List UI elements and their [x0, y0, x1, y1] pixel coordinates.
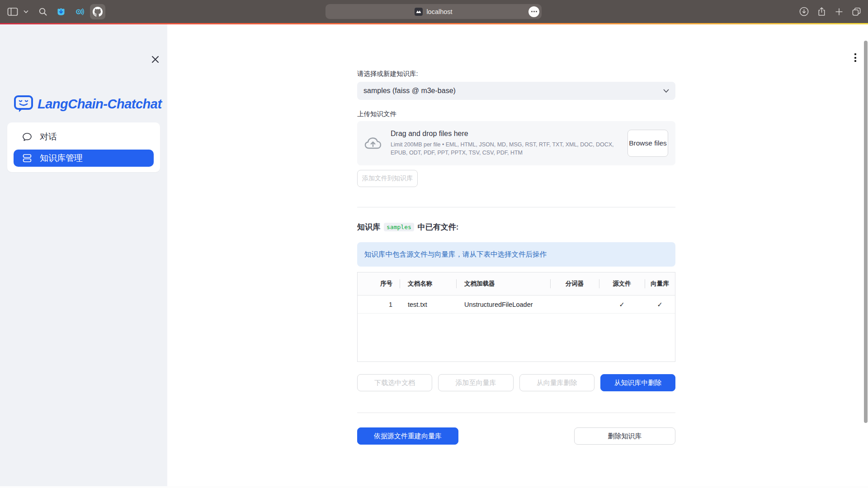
dropzone-hint: Limit 200MB per file • EML, HTML, JSON, … — [391, 141, 626, 157]
chevron-down-icon — [663, 89, 669, 93]
divider — [357, 413, 675, 413]
kb-files-table: 序号文档名称文档加载器分词器源文件向量库1test.txtUnstructure… — [357, 272, 675, 362]
add-to-vector-store-button[interactable]: 添加至向量库 — [438, 374, 513, 391]
download-selected-button[interactable]: 下载选中文档 — [357, 374, 432, 391]
database-icon — [22, 153, 33, 164]
downloads-icon[interactable] — [799, 6, 809, 17]
sidebar: LangChain-Chatchat 对话 知识库管理 — [0, 24, 167, 486]
table-header-3[interactable]: 分词器 — [550, 272, 599, 296]
table-header-0[interactable]: 序号 — [358, 272, 400, 296]
share-icon[interactable] — [816, 6, 827, 17]
delete-from-kb-button[interactable]: 从知识库中删除 — [600, 374, 675, 391]
new-tab-icon[interactable] — [834, 7, 844, 17]
main-area: 请选择或新建知识库: samples (faiss @ m3e-base) 上传… — [167, 24, 868, 486]
tabs-overview-icon[interactable] — [851, 6, 862, 17]
kb-name-code: samples — [384, 223, 414, 231]
rebuild-vector-store-button[interactable]: 依据源文件重建向量库 — [357, 427, 458, 445]
app-logo-icon — [14, 94, 33, 113]
search-icon[interactable] — [38, 7, 47, 16]
table-header-4[interactable]: 源文件 — [599, 272, 645, 296]
sidebar-chevron-down-icon[interactable] — [24, 10, 28, 14]
divider — [357, 207, 675, 207]
cloud-upload-icon — [364, 136, 382, 150]
delete-kb-button[interactable]: 删除知识库 — [574, 427, 675, 445]
file-actions-row: 下载选中文档 添加至向量库 从向量库删除 从知识库中删除 — [357, 374, 675, 391]
kb-select-label: 请选择或新建知识库: — [357, 70, 675, 78]
browser-toolbar: localhost — [0, 0, 868, 23]
table-header-2[interactable]: 文档加载器 — [456, 272, 550, 296]
table-cell[interactable]: ✓ — [645, 296, 675, 314]
address-bar[interactable]: localhost — [326, 4, 542, 19]
address-url: localhost — [426, 8, 452, 15]
table-header-5[interactable]: 向量库 — [645, 272, 675, 296]
kb-heading-suffix: 中已有文件: — [418, 222, 459, 232]
kb-select[interactable]: samples (faiss @ m3e-base) — [357, 82, 675, 100]
kb-files-heading: 知识库 samples 中已有文件: — [357, 222, 675, 232]
add-files-to-kb-button[interactable]: 添加文件到知识库 — [357, 170, 418, 187]
sidebar-item-chat[interactable]: 对话 — [14, 127, 154, 147]
sidebar-close-icon[interactable] — [150, 54, 160, 64]
kb-heading-prefix: 知识库 — [357, 222, 380, 232]
github-extension-button[interactable] — [90, 4, 105, 19]
sidebar-item-label: 知识库管理 — [40, 152, 83, 164]
info-banner: 知识库中包含源文件与向量库，请从下表中选择文件后操作 — [357, 242, 675, 267]
table-cell[interactable]: ✓ — [599, 296, 645, 314]
kb-select-value: samples (faiss @ m3e-base) — [363, 87, 663, 95]
page-settings-icon[interactable] — [528, 6, 539, 17]
sidebar-toggle-icon[interactable] — [7, 7, 18, 16]
scrollbar-thumb[interactable] — [864, 41, 868, 423]
table-cell[interactable]: UnstructuredFileLoader — [456, 296, 550, 314]
main-menu-kebab-icon[interactable] — [853, 52, 858, 64]
chat-bubble-icon — [22, 131, 33, 142]
dropzone-title: Drag and drop files here — [391, 130, 626, 138]
table-empty-area — [358, 314, 675, 361]
record-extension-icon[interactable] — [74, 6, 85, 17]
sidebar-item-label: 对话 — [40, 131, 57, 143]
table-cell[interactable]: test.txt — [400, 296, 456, 314]
table-cell[interactable] — [550, 296, 599, 314]
sidebar-nav: 对话 知识库管理 — [7, 122, 160, 172]
site-favicon — [415, 8, 423, 16]
file-dropzone[interactable]: Drag and drop files here Limit 200MB per… — [357, 121, 675, 165]
kb-footer-actions: 依据源文件重建向量库 删除知识库 — [357, 427, 675, 445]
table-header-1[interactable]: 文档名称 — [400, 272, 456, 296]
table-cell[interactable]: 1 — [358, 296, 400, 314]
downloader-extension-icon[interactable] — [56, 6, 66, 17]
delete-from-vector-store-button[interactable]: 从向量库删除 — [519, 374, 594, 391]
window-bottom-edge — [0, 486, 868, 488]
app-logo-text: LangChain-Chatchat — [38, 97, 162, 112]
sidebar-item-kb-management[interactable]: 知识库管理 — [14, 150, 154, 167]
app-logo: LangChain-Chatchat — [14, 94, 162, 113]
upload-label: 上传知识文件 — [357, 110, 675, 118]
browse-files-button[interactable]: Browse files — [627, 130, 668, 157]
